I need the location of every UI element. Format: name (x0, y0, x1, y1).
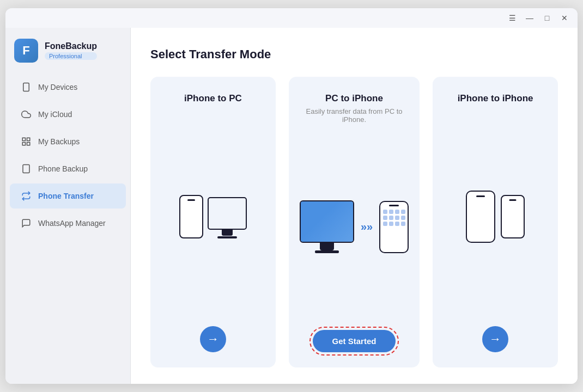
big-monitor-base (315, 250, 339, 253)
svg-rect-3 (27, 138, 30, 140)
pc-to-iphone-btn-wrap: Get Started (313, 330, 396, 352)
svg-rect-6 (23, 165, 29, 173)
monitor-base (217, 236, 237, 238)
svg-rect-0 (23, 83, 29, 91)
card-pc-to-iphone-subtitle: Easily transfer data from PC to iPhone. (300, 107, 409, 124)
iphone-to-iphone-btn-wrap: → (482, 326, 508, 352)
sidebar-item-phone-backup[interactable]: Phone Backup (10, 156, 126, 181)
transfer-icon (21, 191, 32, 201)
phone-small-graphic (501, 195, 525, 238)
app-dot (383, 222, 387, 226)
sidebar-logo: F FoneBackup Professional (5, 28, 130, 74)
phone-large-graphic (466, 191, 495, 243)
chat-icon (21, 218, 32, 229)
card-iphone-to-pc-title: iPhone to PC (184, 93, 242, 104)
svg-rect-2 (22, 138, 25, 140)
device-icon (21, 82, 32, 93)
app-window: ☰ — □ ✕ F FoneBackup Professional My Dev… (5, 8, 578, 384)
svg-rect-5 (27, 143, 30, 145)
iphone-to-iphone-arrow-button[interactable]: → (482, 326, 508, 352)
transfer-mode-cards: iPhone to PC → (150, 77, 558, 367)
sidebar-item-phone-transfer-label: Phone Transfer (38, 192, 94, 200)
sidebar-item-my-backups[interactable]: My Backups (10, 129, 126, 154)
app-dot (401, 216, 405, 220)
page-title: Select Transfer Mode (150, 47, 558, 62)
iphone-pc-graphic (179, 195, 247, 238)
card-pc-to-iphone-title: PC to iPhone (325, 93, 383, 104)
sidebar-item-my-icloud[interactable]: My iCloud (10, 102, 126, 127)
iphone-to-pc-illustration (161, 107, 265, 326)
logo-icon: F (14, 39, 38, 63)
grid-icon (21, 136, 32, 147)
tablet-icon (21, 163, 32, 174)
window-body: F FoneBackup Professional My Devices My … (5, 28, 578, 384)
app-dot (395, 216, 399, 220)
sidebar-item-whatsapp-manager[interactable]: WhatsApp Manager (10, 211, 126, 236)
logo-name: FoneBackup (45, 41, 97, 51)
sidebar-item-whatsapp-manager-label: WhatsApp Manager (38, 219, 106, 228)
sidebar-item-my-devices[interactable]: My Devices (10, 75, 126, 100)
monitor-stand (222, 229, 233, 236)
phone-grid-graphic (379, 201, 409, 253)
close-button[interactable]: ✕ (560, 14, 569, 22)
sidebar-item-phone-transfer[interactable]: Phone Transfer (10, 183, 126, 209)
logo-badge: Professional (45, 52, 97, 60)
phone-graphic (179, 195, 203, 238)
card-iphone-to-iphone: iPhone to iPhone → (433, 77, 558, 367)
monitor-screen (301, 201, 353, 242)
app-dot (389, 216, 393, 220)
title-bar: ☰ — □ ✕ (5, 8, 578, 28)
svg-rect-4 (22, 143, 25, 145)
iphone-to-iphone-illustration (444, 107, 547, 326)
maximize-button[interactable]: □ (543, 14, 551, 22)
big-monitor-graphic (300, 200, 354, 243)
iphone-to-pc-arrow-button[interactable]: → (200, 326, 226, 352)
app-dot (389, 222, 393, 226)
cloud-icon (21, 109, 32, 120)
big-monitor-stand (320, 243, 334, 250)
pc-iphone-graphic: »» (300, 200, 409, 253)
sidebar: F FoneBackup Professional My Devices My … (5, 28, 131, 384)
iphone-iphone-graphic (466, 191, 525, 243)
app-dot (383, 216, 387, 220)
card-iphone-to-iphone-title: iPhone to iPhone (458, 93, 533, 104)
app-dot (401, 210, 405, 214)
monitor-wrap (208, 197, 247, 238)
card-iphone-to-pc: iPhone to PC → (150, 77, 276, 367)
card-pc-to-iphone: PC to iPhone Easily transfer data from P… (289, 77, 420, 367)
app-dot (389, 210, 393, 214)
menu-button[interactable]: ☰ (508, 14, 517, 22)
big-monitor-wrap (300, 200, 354, 253)
phone-notch (389, 205, 399, 206)
get-started-button[interactable]: Get Started (313, 330, 396, 352)
sidebar-item-my-backups-label: My Backups (38, 137, 80, 146)
pc-to-iphone-illustration: »» (300, 124, 409, 330)
logo-text: FoneBackup Professional (45, 41, 97, 60)
app-dot (395, 222, 399, 226)
app-dot (383, 210, 387, 214)
sidebar-item-my-devices-label: My Devices (38, 83, 77, 91)
app-dot (401, 222, 405, 226)
monitor-graphic (208, 197, 247, 230)
iphone-to-pc-btn-wrap: → (200, 326, 226, 352)
sidebar-item-phone-backup-label: Phone Backup (38, 164, 88, 173)
app-dot (395, 210, 399, 214)
transfer-arrows-icon: »» (361, 220, 373, 233)
main-content: Select Transfer Mode iPhone to PC (131, 28, 578, 384)
minimize-button[interactable]: — (525, 14, 534, 22)
sidebar-item-my-icloud-label: My iCloud (38, 110, 72, 119)
